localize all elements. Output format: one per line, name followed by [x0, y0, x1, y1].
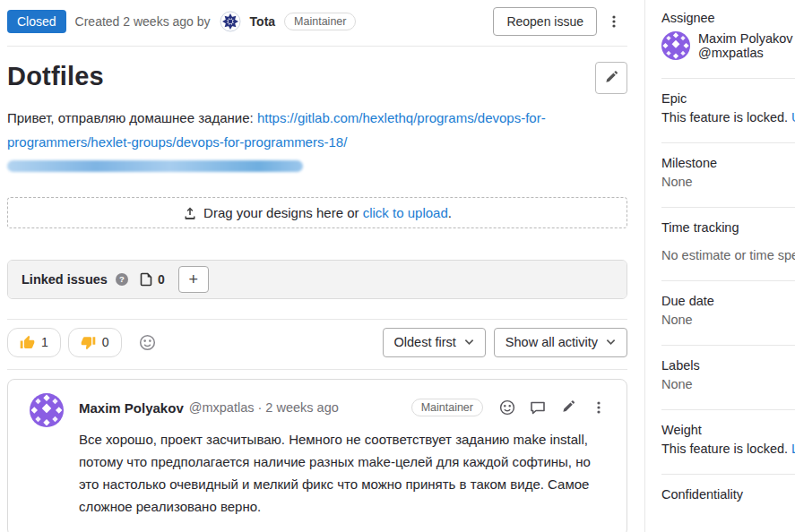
design-dropzone[interactable]: Drag your designs here or click to uploa… [7, 197, 627, 228]
dropzone-suffix: . [448, 205, 452, 220]
reply-in-thread-button[interactable] [524, 393, 551, 422]
comment-add-reaction-button[interactable] [494, 393, 521, 422]
author-name[interactable]: Tota [250, 14, 276, 29]
sidebar-confidentiality: Confidentiality [661, 475, 795, 524]
created-text: Created 2 weeks ago by [75, 14, 211, 29]
chevron-down-icon [464, 339, 474, 346]
upload-icon [183, 206, 197, 220]
status-badge: Closed [7, 10, 66, 33]
pencil-icon [604, 71, 618, 85]
linked-issues-section: Linked issues ? 0 + [7, 260, 627, 299]
sidebar-due-date: Due date None [661, 281, 795, 346]
issue-description: Привет, отправляю домашнее задание: http… [7, 106, 588, 178]
comment-author[interactable]: Maxim Polyakov [79, 400, 184, 416]
redacted-text-blur [7, 160, 303, 172]
smiley-icon [139, 334, 156, 351]
assignee-value[interactable]: Maxim Polyakov @mxpatlas [661, 31, 795, 60]
time-tracking-value: No estimate or time spent [661, 248, 795, 262]
sidebar-labels: Labels None [661, 346, 795, 410]
pencil-icon [561, 400, 575, 415]
assignee-avatar [661, 31, 690, 60]
thumbs-down-icon [81, 335, 96, 350]
thumbs-down-button[interactable]: 0 [68, 328, 122, 357]
assignee-handle: @mxpatlas [698, 46, 793, 60]
sidebar-assignee: Assignee [661, 0, 795, 79]
chevron-down-icon [606, 339, 616, 346]
edit-title-button[interactable] [595, 62, 627, 94]
sidebar-time-tracking: Time tracking No estimate or time spent [661, 208, 795, 281]
smiley-icon [499, 399, 515, 416]
sidebar-weight: Weight This feature is locked. L [661, 410, 795, 475]
confidentiality-label[interactable]: Confidentiality [661, 487, 795, 502]
add-reaction-button[interactable] [134, 329, 161, 356]
issue-sidebar: Assignee [644, 0, 795, 532]
author-avatar[interactable] [220, 11, 241, 32]
author-role-badge: Maintainer [284, 13, 356, 30]
time-tracking-label[interactable]: Time tracking [661, 220, 795, 235]
linked-issues-count-wrap: 0 [140, 272, 165, 287]
sort-dropdown[interactable]: Oldest first [383, 328, 486, 357]
due-date-value: None [661, 313, 795, 327]
description-text: Привет, отправляю домашнее задание: [7, 110, 257, 125]
thumbs-up-count: 1 [41, 335, 48, 349]
labels-label[interactable]: Labels [661, 358, 795, 373]
epic-upgrade-link[interactable]: U [791, 110, 795, 124]
commenter-role-badge: Maintainer [411, 399, 483, 416]
linked-issues-count: 0 [158, 272, 165, 287]
weight-locked-text: This feature is locked. [661, 442, 791, 456]
sidebar-epic: Epic This feature is locked. U [661, 79, 795, 143]
epic-label[interactable]: Epic [661, 91, 795, 106]
awards-row: 1 0 Oldest first [7, 327, 627, 357]
click-to-upload-link[interactable]: click to upload [363, 205, 448, 220]
section-divider [7, 319, 627, 320]
comment-bubble-icon [530, 399, 546, 416]
add-linked-issue-button[interactable]: + [178, 266, 209, 293]
thumbs-up-button[interactable]: 1 [7, 328, 61, 357]
dropzone-text: Drag your designs here or [203, 205, 359, 220]
section-divider [7, 369, 627, 370]
issue-header: Closed Created 2 weeks ago by Tota Mai [7, 0, 627, 47]
comment-body: Все хорошо, проект засчитываю. Немного н… [79, 428, 612, 518]
assignee-name: Maxim Polyakov [698, 31, 793, 46]
thumbs-down-count: 0 [102, 335, 109, 349]
title-row: Dotfiles [7, 62, 627, 94]
sidebar-milestone: Milestone None [661, 143, 795, 208]
ellipsis-vertical-icon [608, 14, 620, 29]
epic-locked-text: This feature is locked. [661, 110, 791, 124]
milestone-value: None [661, 175, 795, 189]
issue-type-icon [140, 272, 153, 287]
commenter-avatar[interactable] [30, 393, 64, 427]
comment-more-actions-button[interactable] [585, 393, 612, 422]
sort-dropdown-label: Oldest first [394, 335, 456, 349]
activity-filter-label: Show all activity [506, 335, 598, 349]
ellipsis-vertical-icon [592, 400, 605, 415]
due-date-label[interactable]: Due date [661, 294, 795, 308]
linked-issues-title: Linked issues [22, 272, 108, 287]
issue-main-column: Closed Created 2 weeks ago by Tota Mai [0, 0, 644, 532]
weight-learn-more-link[interactable]: L [791, 442, 795, 456]
reopen-issue-button[interactable]: Reopen issue [493, 7, 597, 36]
comment-card: Maxim Polyakov @mxpatlas · 2 weeks ago M… [7, 379, 627, 532]
discussion-filters: Oldest first Show all activity [383, 328, 627, 357]
more-actions-button[interactable] [601, 7, 627, 36]
page-title: Dotfiles [7, 62, 104, 91]
activity-filter-dropdown[interactable]: Show all activity [494, 328, 627, 357]
milestone-label[interactable]: Milestone [661, 156, 795, 170]
header-actions: Reopen issue [493, 7, 627, 36]
assignee-label[interactable]: Assignee [661, 11, 795, 25]
weight-label[interactable]: Weight [661, 423, 795, 437]
svg-text:?: ? [119, 274, 125, 284]
edit-comment-button[interactable] [555, 393, 582, 422]
comment-meta: @mxpatlas · 2 weeks ago [189, 400, 339, 415]
help-icon[interactable]: ? [116, 273, 128, 286]
labels-value: None [661, 377, 795, 391]
comment-actions: Maintainer [411, 393, 612, 422]
linked-issues-header: Linked issues ? 0 + [8, 261, 626, 298]
thumbs-up-icon [20, 335, 35, 350]
comment-header: Maxim Polyakov @mxpatlas · 2 weeks ago M… [79, 393, 612, 422]
